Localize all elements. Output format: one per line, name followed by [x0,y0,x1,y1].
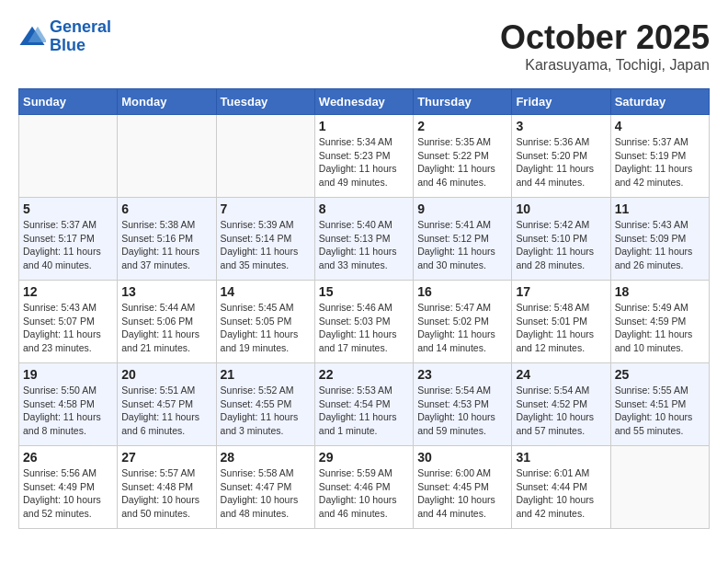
logo-blue: Blue [50,36,85,54]
calendar-week-1: 1Sunrise: 5:34 AM Sunset: 5:23 PM Daylig… [19,115,710,198]
calendar-cell: 17Sunrise: 5:48 AM Sunset: 5:01 PM Dayli… [512,281,610,363]
calendar-cell [216,115,314,198]
day-number: 18 [615,284,705,299]
day-info: Sunrise: 5:41 AM Sunset: 5:12 PM Dayligh… [417,218,507,272]
day-info: Sunrise: 5:42 AM Sunset: 5:10 PM Dayligh… [516,218,606,272]
calendar-cell: 24Sunrise: 5:54 AM Sunset: 4:52 PM Dayli… [512,363,610,446]
calendar-cell: 28Sunrise: 5:58 AM Sunset: 4:47 PM Dayli… [216,446,314,529]
calendar-cell: 15Sunrise: 5:46 AM Sunset: 5:03 PM Dayli… [314,281,413,363]
day-info: Sunrise: 5:40 AM Sunset: 5:13 PM Dayligh… [319,218,409,272]
calendar-header-sunday: Sunday [19,89,118,115]
calendar-header-thursday: Thursday [414,89,512,115]
day-info: Sunrise: 5:46 AM Sunset: 5:03 PM Dayligh… [319,301,409,355]
day-number: 15 [319,284,409,299]
logo-general: General [50,17,111,36]
calendar-cell: 16Sunrise: 5:47 AM Sunset: 5:02 PM Dayli… [414,281,512,363]
title-area: October 2025 Karasuyama, Tochigi, Japan [500,18,710,74]
day-info: Sunrise: 5:37 AM Sunset: 5:17 PM Dayligh… [23,218,113,272]
calendar-cell: 26Sunrise: 5:56 AM Sunset: 4:49 PM Dayli… [19,446,118,529]
calendar-cell: 23Sunrise: 5:54 AM Sunset: 4:53 PM Dayli… [414,363,512,446]
calendar-cell: 31Sunrise: 6:01 AM Sunset: 4:44 PM Dayli… [512,446,610,529]
calendar-header-row: SundayMondayTuesdayWednesdayThursdayFrid… [19,89,710,115]
day-number: 29 [319,450,409,465]
day-number: 22 [319,367,409,382]
month-title: October 2025 [500,18,710,57]
day-number: 10 [516,201,606,216]
calendar-header-monday: Monday [118,89,216,115]
calendar-cell: 5Sunrise: 5:37 AM Sunset: 5:17 PM Daylig… [19,198,118,281]
calendar-week-3: 12Sunrise: 5:43 AM Sunset: 5:07 PM Dayli… [19,281,710,363]
day-info: Sunrise: 5:49 AM Sunset: 4:59 PM Dayligh… [615,301,705,355]
day-number: 24 [516,367,606,382]
day-number: 30 [417,450,507,465]
day-number: 1 [319,119,409,133]
day-number: 4 [615,119,705,133]
day-info: Sunrise: 5:56 AM Sunset: 4:49 PM Dayligh… [23,466,113,521]
day-number: 12 [23,284,113,299]
calendar-table: SundayMondayTuesdayWednesdayThursdayFrid… [18,88,710,529]
day-info: Sunrise: 5:53 AM Sunset: 4:54 PM Dayligh… [319,384,409,438]
day-number: 13 [121,284,211,299]
day-info: Sunrise: 5:55 AM Sunset: 4:51 PM Dayligh… [615,384,705,438]
day-number: 16 [417,284,507,299]
day-info: Sunrise: 5:47 AM Sunset: 5:02 PM Dayligh… [417,301,507,355]
day-info: Sunrise: 5:43 AM Sunset: 5:07 PM Dayligh… [23,301,113,355]
calendar-week-5: 26Sunrise: 5:56 AM Sunset: 4:49 PM Dayli… [19,446,710,529]
calendar-cell [610,446,709,529]
day-info: Sunrise: 5:35 AM Sunset: 5:22 PM Dayligh… [417,135,507,190]
calendar-header-friday: Friday [512,89,610,115]
calendar-cell: 14Sunrise: 5:45 AM Sunset: 5:05 PM Dayli… [216,281,314,363]
day-info: Sunrise: 5:34 AM Sunset: 5:23 PM Dayligh… [319,135,409,190]
day-number: 17 [516,284,606,299]
calendar-cell: 29Sunrise: 5:59 AM Sunset: 4:46 PM Dayli… [314,446,413,529]
calendar-cell: 6Sunrise: 5:38 AM Sunset: 5:16 PM Daylig… [118,198,216,281]
calendar-cell: 18Sunrise: 5:49 AM Sunset: 4:59 PM Dayli… [610,281,709,363]
location: Karasuyama, Tochigi, Japan [500,57,710,74]
page-header: General Blue October 2025 Karasuyama, To… [18,18,710,74]
calendar-cell: 1Sunrise: 5:34 AM Sunset: 5:23 PM Daylig… [314,115,413,198]
day-info: Sunrise: 5:44 AM Sunset: 5:06 PM Dayligh… [121,301,211,355]
calendar-cell: 9Sunrise: 5:41 AM Sunset: 5:12 PM Daylig… [414,198,512,281]
day-info: Sunrise: 5:48 AM Sunset: 5:01 PM Dayligh… [516,301,606,355]
day-number: 14 [221,284,311,299]
day-info: Sunrise: 5:45 AM Sunset: 5:05 PM Dayligh… [221,301,311,355]
day-number: 28 [221,450,311,465]
day-info: Sunrise: 5:43 AM Sunset: 5:09 PM Dayligh… [615,218,705,272]
day-info: Sunrise: 5:37 AM Sunset: 5:19 PM Dayligh… [615,135,705,190]
day-info: Sunrise: 5:38 AM Sunset: 5:16 PM Dayligh… [121,218,211,272]
day-info: Sunrise: 6:00 AM Sunset: 4:45 PM Dayligh… [417,466,507,521]
logo-icon [18,23,46,51]
day-number: 5 [23,201,113,216]
day-number: 25 [615,367,705,382]
day-info: Sunrise: 5:39 AM Sunset: 5:14 PM Dayligh… [221,218,311,272]
calendar-cell: 8Sunrise: 5:40 AM Sunset: 5:13 PM Daylig… [314,198,413,281]
calendar-cell: 20Sunrise: 5:51 AM Sunset: 4:57 PM Dayli… [118,363,216,446]
calendar-week-2: 5Sunrise: 5:37 AM Sunset: 5:17 PM Daylig… [19,198,710,281]
day-number: 20 [121,367,211,382]
calendar-cell: 13Sunrise: 5:44 AM Sunset: 5:06 PM Dayli… [118,281,216,363]
day-info: Sunrise: 5:52 AM Sunset: 4:55 PM Dayligh… [221,384,311,438]
logo-text: General Blue [50,18,111,55]
day-number: 27 [121,450,211,465]
day-info: Sunrise: 5:57 AM Sunset: 4:48 PM Dayligh… [121,466,211,521]
day-number: 3 [516,119,606,133]
day-number: 7 [221,201,311,216]
calendar-cell [118,115,216,198]
day-info: Sunrise: 5:36 AM Sunset: 5:20 PM Dayligh… [516,135,606,190]
calendar-cell: 19Sunrise: 5:50 AM Sunset: 4:58 PM Dayli… [19,363,118,446]
day-info: Sunrise: 5:54 AM Sunset: 4:52 PM Dayligh… [516,384,606,438]
day-number: 26 [23,450,113,465]
calendar-cell: 2Sunrise: 5:35 AM Sunset: 5:22 PM Daylig… [414,115,512,198]
day-info: Sunrise: 6:01 AM Sunset: 4:44 PM Dayligh… [516,466,606,521]
calendar-header-saturday: Saturday [610,89,709,115]
logo: General Blue [18,18,111,55]
calendar-body: 1Sunrise: 5:34 AM Sunset: 5:23 PM Daylig… [19,115,710,529]
day-number: 9 [417,201,507,216]
calendar-cell: 30Sunrise: 6:00 AM Sunset: 4:45 PM Dayli… [414,446,512,529]
day-number: 2 [417,119,507,133]
calendar-cell: 4Sunrise: 5:37 AM Sunset: 5:19 PM Daylig… [610,115,709,198]
calendar-cell: 27Sunrise: 5:57 AM Sunset: 4:48 PM Dayli… [118,446,216,529]
calendar-header-wednesday: Wednesday [314,89,413,115]
calendar-cell: 10Sunrise: 5:42 AM Sunset: 5:10 PM Dayli… [512,198,610,281]
day-number: 6 [121,201,211,216]
